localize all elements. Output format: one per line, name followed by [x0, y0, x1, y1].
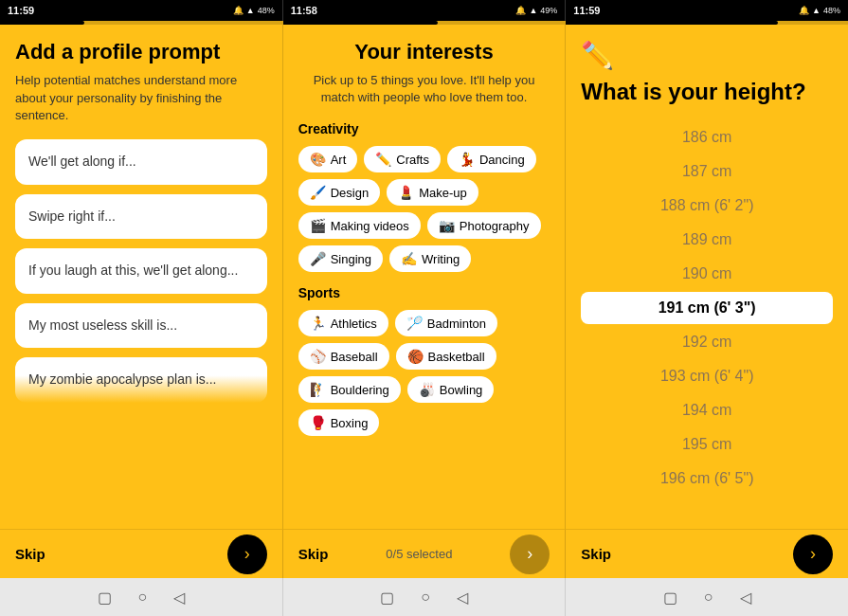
tag-boxing[interactable]: 🥊Boxing: [298, 409, 380, 436]
tag-photography[interactable]: 📷Photography: [427, 212, 541, 239]
nav-square-3[interactable]: ▢: [663, 589, 677, 607]
nav-circle-3[interactable]: ○: [704, 589, 713, 606]
status-icons-1: 🔔 ▲ 48%: [233, 6, 275, 15]
skip-button-3[interactable]: Skip: [581, 546, 611, 562]
status-panel-3: 11:59 🔔 ▲ 48%: [566, 0, 848, 21]
nav-square-2[interactable]: ▢: [380, 589, 394, 607]
sports-section: Sports 🏃Athletics 🏸Badminton ⚾Baseball 🏀…: [298, 285, 550, 436]
design-emoji: 🖌️: [310, 185, 326, 200]
sports-tags: 🏃Athletics 🏸Badminton ⚾Baseball 🏀Basketb…: [298, 310, 550, 436]
prompt-item-2[interactable]: If you laugh at this, we'll get along...: [15, 248, 267, 294]
prompt-item-4[interactable]: My zombie apocalypse plan is...: [15, 357, 267, 403]
creativity-tags: 🎨Art ✏️Crafts 💃Dancing 🖌️Design 💄Make-up…: [298, 146, 550, 272]
creativity-label: Creativity: [298, 121, 550, 136]
video-emoji: 🎬: [310, 218, 326, 233]
wifi-icon-1: ▲: [246, 6, 255, 15]
interests-panel: Your interests Pick up to 5 things you l…: [282, 21, 566, 529]
height-194[interactable]: 194 cm: [581, 394, 833, 426]
interests-content: Your interests Pick up to 5 things you l…: [283, 25, 566, 529]
height-188[interactable]: 188 cm (6' 2"): [581, 190, 833, 222]
nav-back-1[interactable]: ◁: [173, 589, 185, 607]
height-content: ✏️ What is your height? 186 cm 187 cm 18…: [566, 25, 848, 529]
prompt-item-3[interactable]: My most useless skill is...: [15, 303, 267, 349]
nav-square-1[interactable]: ▢: [98, 589, 112, 607]
height-186[interactable]: 186 cm: [581, 121, 833, 154]
panel-bottom-2: Skip 0/5 selected ›: [282, 529, 566, 578]
tag-making-videos[interactable]: 🎬Making videos: [298, 212, 421, 239]
height-189[interactable]: 189 cm: [581, 224, 833, 256]
interests-subtitle: Pick up to 5 things you love. It'll help…: [298, 72, 550, 106]
next-button-1[interactable]: ›: [227, 534, 267, 574]
status-panel-2: 11:58 🔔 ▲ 49%: [282, 0, 567, 21]
bottom-bar: Skip › Skip 0/5 selected › Skip ›: [0, 529, 848, 578]
tag-singing[interactable]: 🎤Singing: [298, 245, 383, 272]
tag-art[interactable]: 🎨Art: [298, 146, 358, 172]
bowling-emoji: 🎳: [419, 382, 435, 397]
nav-panel-3: ▢ ○ ◁: [565, 578, 848, 616]
creativity-section: Creativity 🎨Art ✏️Crafts 💃Dancing 🖌️Desi…: [298, 121, 550, 272]
battery-1: 48%: [258, 6, 275, 15]
tag-design[interactable]: 🖌️Design: [298, 179, 380, 206]
prompt-item-0[interactable]: We'll get along if...: [15, 139, 267, 185]
nav-bar: ▢ ○ ◁ ▢ ○ ◁ ▢ ○ ◁: [0, 578, 848, 616]
tag-athletics[interactable]: 🏃Athletics: [298, 310, 388, 336]
selected-count: 0/5 selected: [386, 547, 452, 561]
nav-panel-2: ▢ ○ ◁: [282, 578, 566, 616]
tag-writing[interactable]: ✍️Writing: [389, 245, 471, 272]
bouldering-emoji: 🧗: [310, 382, 326, 397]
panel-bottom-1: Skip ›: [0, 529, 282, 578]
height-195[interactable]: 195 cm: [581, 428, 833, 461]
nav-back-2[interactable]: ◁: [457, 589, 468, 607]
tag-bouldering[interactable]: 🧗Bouldering: [298, 376, 401, 403]
height-191[interactable]: 191 cm (6' 3"): [581, 292, 833, 324]
writing-emoji: ✍️: [401, 251, 417, 266]
time-1: 11:59: [8, 5, 34, 16]
nav-circle-2[interactable]: ○: [421, 589, 430, 606]
skip-button-2[interactable]: Skip: [298, 546, 329, 562]
tag-badminton[interactable]: 🏸Badminton: [395, 310, 497, 336]
crafts-emoji: ✏️: [375, 152, 391, 167]
height-196[interactable]: 196 cm (6' 5"): [581, 462, 833, 495]
badminton-emoji: 🏸: [406, 316, 423, 331]
profile-prompt-panel: Add a profile prompt Help potential matc…: [0, 21, 282, 529]
profile-prompt-subtitle: Help potential matches understand more a…: [15, 72, 267, 124]
prompt-item-1[interactable]: Swipe right if...: [15, 194, 267, 240]
tag-basketball[interactable]: 🏀Basketball: [396, 343, 496, 370]
height-193[interactable]: 193 cm (6' 4"): [581, 360, 833, 392]
height-192[interactable]: 192 cm: [581, 326, 833, 358]
basketball-emoji: 🏀: [407, 349, 424, 364]
sports-label: Sports: [298, 285, 550, 300]
height-title: What is your height?: [581, 79, 833, 106]
athletics-emoji: 🏃: [310, 316, 326, 331]
signal-icon-3: 🔔: [799, 6, 809, 15]
tag-makeup[interactable]: 💄Make-up: [387, 179, 478, 206]
art-emoji: 🎨: [310, 152, 326, 167]
baseball-emoji: ⚾: [310, 349, 326, 364]
tag-bowling[interactable]: 🎳Bowling: [407, 376, 495, 403]
status-icons-2: 🔔 ▲ 49%: [515, 6, 557, 15]
interests-title: Your interests: [298, 40, 550, 64]
time-3: 11:59: [573, 5, 600, 16]
nav-circle-1[interactable]: ○: [138, 589, 148, 606]
tag-baseball[interactable]: ⚾Baseball: [298, 343, 389, 370]
singing-emoji: 🎤: [310, 251, 326, 266]
nav-panel-1: ▢ ○ ◁: [0, 578, 282, 616]
next-button-2[interactable]: ›: [510, 534, 550, 574]
profile-prompt-title: Add a profile prompt: [15, 40, 267, 64]
height-190[interactable]: 190 cm: [581, 258, 833, 290]
tag-crafts[interactable]: ✏️Crafts: [364, 146, 441, 172]
panels-container: Add a profile prompt Help potential matc…: [0, 21, 848, 529]
nav-back-3[interactable]: ◁: [740, 589, 751, 607]
tag-dancing[interactable]: 💃Dancing: [447, 146, 536, 172]
skip-button-1[interactable]: Skip: [15, 546, 45, 562]
wifi-icon-2: ▲: [529, 6, 537, 15]
boxing-emoji: 🥊: [310, 415, 326, 430]
battery-3: 48%: [823, 6, 840, 15]
makeup-emoji: 💄: [398, 185, 414, 200]
height-list: 186 cm 187 cm 188 cm (6' 2") 189 cm 190 …: [581, 121, 833, 495]
height-187[interactable]: 187 cm: [581, 155, 833, 188]
photo-emoji: 📷: [439, 218, 455, 233]
signal-icon-1: 🔔: [233, 6, 244, 15]
next-button-3[interactable]: ›: [793, 534, 833, 574]
panel-bottom-3: Skip ›: [565, 529, 848, 578]
